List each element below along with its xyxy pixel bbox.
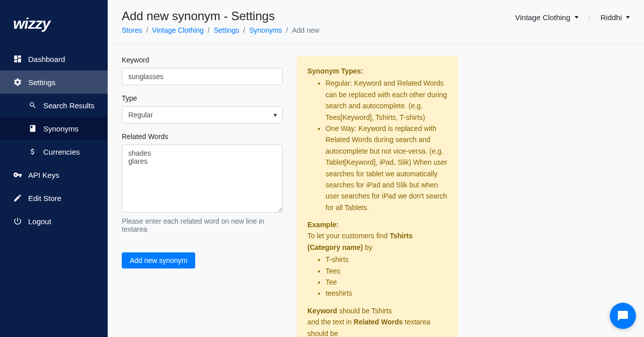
sidebar-label-search-results: Search Results: [43, 101, 95, 110]
type-label: Type: [122, 94, 283, 102]
user-dropdown[interactable]: Riddhi: [600, 13, 630, 22]
add-synonym-button[interactable]: Add new synonym: [122, 252, 195, 268]
help-keyword-section: Keyword should be Tshirts and the text i…: [307, 305, 447, 337]
help-example-intro-2: by: [363, 243, 372, 251]
sidebar-item-logout[interactable]: Logout: [0, 210, 108, 233]
sidebar-label-api-keys: API Keys: [28, 171, 59, 179]
breadcrumb-current: Add new: [292, 26, 319, 34]
sidebar-label-synonyms: Synonyms: [43, 124, 78, 133]
dashboard-icon: [13, 54, 22, 63]
type-select[interactable]: Regular: [122, 106, 283, 123]
sidebar-label-settings: Settings: [28, 78, 55, 87]
edit-icon: [13, 193, 22, 203]
header-left: Add new synonym - Settings Stores / Vint…: [122, 9, 319, 34]
related-words-label: Related Words: [122, 132, 283, 141]
main-content: Add new synonym - Settings Stores / Vint…: [108, 0, 644, 337]
help-types-heading: Synonym Types:: [307, 67, 363, 75]
chat-icon: [617, 310, 629, 322]
help-example-section: Example: To let your customers find Tshi…: [307, 219, 447, 299]
sidebar-label-currencies: Currencies: [43, 148, 80, 156]
help-example-item: Tee: [326, 277, 447, 288]
breadcrumb-settings[interactable]: Settings: [214, 26, 239, 34]
header-divider: |: [589, 13, 591, 22]
synonym-form: Keyword Type Regular ▼ Related Words sha…: [122, 56, 283, 337]
type-group: Type Regular ▼: [122, 94, 283, 123]
sidebar-label-logout: Logout: [28, 217, 51, 226]
help-type-oneway: One Way: Keyword is replaced with Relate…: [326, 123, 447, 213]
breadcrumb-separator: /: [243, 26, 245, 34]
breadcrumb-separator: /: [146, 26, 148, 34]
help-keyword-text: should be Tshirts: [337, 307, 392, 315]
breadcrumb-store-name[interactable]: Vintage Clothing: [152, 26, 203, 34]
top-header: Add new synonym - Settings Stores / Vint…: [108, 0, 644, 44]
related-words-textarea[interactable]: shades glares: [122, 145, 283, 213]
breadcrumb: Stores / Vintage Clothing / Settings / S…: [122, 26, 319, 34]
search-icon: [28, 101, 37, 110]
book-icon: [28, 124, 37, 133]
help-keyword-bold: Keyword: [307, 307, 337, 315]
help-type-regular: Regular: Keyword and Related Words can b…: [326, 78, 447, 123]
chevron-down-icon: [575, 16, 579, 19]
sidebar-item-settings[interactable]: Settings: [0, 71, 108, 94]
page-title: Add new synonym - Settings: [122, 9, 319, 23]
breadcrumb-separator: /: [208, 26, 210, 34]
user-dropdown-label: Riddhi: [600, 13, 622, 22]
keyword-group: Keyword: [122, 56, 283, 85]
sidebar-item-api-keys[interactable]: API Keys: [0, 163, 108, 186]
help-related-bold: Related Words: [354, 318, 403, 326]
key-icon: [13, 170, 22, 179]
help-example-item: T-shirts: [326, 254, 447, 265]
help-example-item: teeshirts: [326, 288, 447, 299]
logo[interactable]: wizzy: [0, 0, 108, 47]
keyword-label: Keyword: [122, 56, 283, 64]
keyword-input[interactable]: [122, 68, 283, 85]
sidebar-item-dashboard[interactable]: Dashboard: [0, 47, 108, 71]
help-related-text-1: and the text in: [307, 318, 354, 326]
sidebar: wizzy Dashboard Settings Search Results …: [0, 0, 108, 337]
sidebar-label-dashboard: Dashboard: [28, 55, 65, 63]
logo-text: wizzy: [13, 15, 50, 32]
related-words-group: Related Words shades glares Please enter…: [122, 132, 283, 233]
breadcrumb-separator: /: [286, 26, 288, 34]
sidebar-item-currencies[interactable]: Currencies: [0, 140, 108, 163]
sidebar-item-synonyms[interactable]: Synonyms: [0, 117, 108, 140]
sidebar-item-edit-store[interactable]: Edit Store: [0, 186, 108, 210]
help-example-intro-1: To let your customers find: [307, 232, 389, 240]
store-dropdown[interactable]: Vintage Clothing: [515, 13, 579, 22]
help-example-heading: Example:: [307, 221, 339, 229]
help-panel: Synonym Types: Regular: Keyword and Rela…: [297, 56, 458, 337]
related-words-help: Please enter each related word on new li…: [122, 217, 283, 233]
breadcrumb-stores[interactable]: Stores: [122, 26, 142, 34]
power-icon: [13, 217, 22, 226]
content-area: Keyword Type Regular ▼ Related Words sha…: [108, 44, 644, 337]
dollar-icon: [28, 147, 37, 156]
sidebar-label-edit-store: Edit Store: [28, 194, 61, 203]
header-right: Vintage Clothing | Riddhi: [515, 9, 630, 22]
chevron-down-icon: [626, 16, 630, 19]
store-dropdown-label: Vintage Clothing: [515, 13, 571, 22]
gear-icon: [13, 78, 22, 87]
help-example-item: Tees: [326, 265, 447, 277]
sidebar-item-search-results[interactable]: Search Results: [0, 94, 108, 117]
help-types-section: Synonym Types: Regular: Keyword and Rela…: [307, 65, 447, 213]
chat-widget-button[interactable]: [610, 303, 636, 329]
breadcrumb-synonyms[interactable]: Synonyms: [249, 26, 282, 34]
